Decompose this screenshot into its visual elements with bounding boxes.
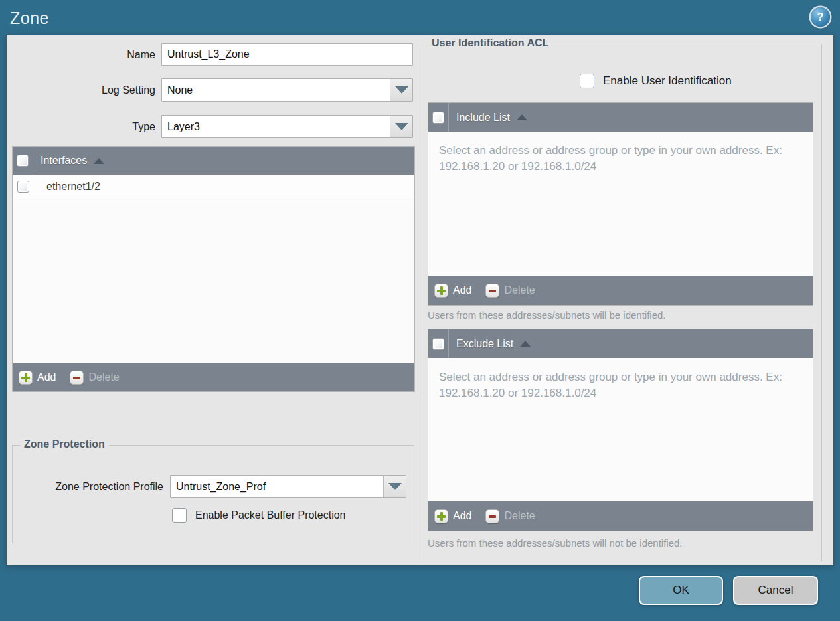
exclude-add-button[interactable]: Add (434, 509, 471, 523)
cancel-button[interactable]: Cancel (733, 576, 818, 605)
packet-buffer-protection-checkbox[interactable] (172, 508, 187, 523)
add-icon (434, 284, 448, 298)
interfaces-select-all-cell (13, 147, 33, 175)
interfaces-table-body: ethernet1/2 (13, 175, 414, 363)
interfaces-add-button[interactable]: Add (19, 371, 56, 385)
interface-row-checkbox[interactable] (17, 181, 29, 193)
interface-name: ethernet1/2 (46, 181, 100, 193)
sort-asc-icon[interactable] (520, 341, 531, 347)
type-dropdown-button[interactable] (390, 116, 412, 137)
zone-protection-profile-label: Zone Protection Profile (13, 475, 163, 498)
name-label: Name (7, 43, 155, 66)
interfaces-delete-button[interactable]: Delete (70, 371, 119, 385)
enable-user-identification-label: Enable User Identification (603, 74, 732, 88)
chevron-down-icon (388, 483, 402, 490)
delete-icon (70, 371, 84, 385)
sort-asc-icon[interactable] (94, 158, 104, 164)
include-list-column-header[interactable]: Include List (456, 112, 510, 124)
add-icon (19, 371, 33, 385)
include-select-all-checkbox[interactable] (432, 112, 444, 124)
exclude-select-all-cell (428, 329, 449, 358)
delete-button-label: Delete (88, 371, 119, 383)
exclude-list-column-header[interactable]: Exclude List (456, 338, 513, 350)
include-select-all-cell (428, 103, 449, 132)
type-label: Type (7, 115, 155, 138)
user-identification-acl-section: User Identification ACL Enable User Iden… (420, 44, 822, 561)
include-list-caption: Users from these addresses/subnets will … (428, 310, 666, 321)
interfaces-column-header[interactable]: Interfaces (41, 155, 87, 167)
exclude-select-all-checkbox[interactable] (432, 338, 444, 350)
zone-protection-profile-select[interactable]: Untrust_Zone_Prof (170, 475, 406, 498)
interfaces-table-footer: Add Delete (13, 363, 414, 391)
packet-buffer-protection-row: Enable Packet Buffer Protection (172, 508, 346, 523)
type-select[interactable]: Layer3 (161, 115, 413, 138)
include-add-button[interactable]: Add (434, 284, 471, 298)
exclude-list-header: Exclude List (428, 329, 813, 358)
log-setting-value: None (162, 79, 390, 101)
enable-user-identification-row: Enable User Identification (580, 74, 732, 88)
user-identification-acl-legend: User Identification ACL (428, 37, 552, 49)
include-list-placeholder: Select an address or address group or ty… (428, 132, 813, 175)
dialog-title: Zone (10, 9, 49, 28)
packet-buffer-protection-label: Enable Packet Buffer Protection (195, 509, 346, 521)
zone-protection-legend: Zone Protection (20, 438, 109, 450)
zone-protection-section: Zone Protection Zone Protection Profile … (12, 445, 414, 543)
type-value: Layer3 (162, 116, 390, 137)
add-button-label: Add (453, 510, 471, 522)
zone-protection-profile-dropdown-button[interactable] (383, 476, 406, 497)
interfaces-table: Interfaces ethernet1/2 Add Delete (12, 146, 415, 392)
ok-button[interactable]: OK (639, 576, 723, 605)
include-list-table: Include List Select an address or addres… (428, 102, 813, 306)
interface-row[interactable]: ethernet1/2 (13, 175, 414, 199)
include-delete-button[interactable]: Delete (485, 284, 535, 298)
exclude-list-body[interactable]: Select an address or address group or ty… (428, 358, 813, 501)
delete-icon (485, 284, 499, 298)
delete-button-label: Delete (504, 284, 535, 296)
exclude-list-table: Exclude List Select an address or addres… (428, 329, 813, 531)
help-icon[interactable]: ? (811, 7, 830, 27)
delete-icon (485, 509, 499, 523)
log-setting-dropdown-button[interactable] (390, 79, 412, 101)
sort-asc-icon[interactable] (517, 114, 527, 120)
exclude-delete-button[interactable]: Delete (485, 509, 535, 523)
exclude-list-footer: Add Delete (428, 501, 813, 531)
chevron-down-icon (395, 86, 408, 94)
interfaces-table-header: Interfaces (13, 147, 414, 175)
log-setting-label: Log Setting (7, 78, 155, 102)
include-list-body[interactable]: Select an address or address group or ty… (428, 132, 813, 276)
delete-button-label: Delete (504, 510, 535, 522)
add-button-label: Add (37, 371, 56, 383)
include-list-header: Include List (428, 103, 813, 132)
exclude-list-placeholder: Select an address or address group or ty… (428, 358, 813, 401)
exclude-list-caption: Users from these addresses/subnets will … (428, 537, 683, 549)
add-button-label: Add (453, 284, 471, 296)
enable-user-identification-checkbox[interactable] (580, 74, 594, 88)
interfaces-select-all-checkbox[interactable] (17, 155, 29, 167)
log-setting-select[interactable]: None (161, 78, 413, 102)
zone-protection-profile-value: Untrust_Zone_Prof (171, 476, 383, 497)
zone-dialog: Name Log Setting None Type Layer3 Interf… (7, 35, 833, 565)
name-input[interactable] (161, 43, 413, 66)
include-list-footer: Add Delete (428, 276, 813, 305)
add-icon (434, 509, 448, 523)
chevron-down-icon (395, 123, 408, 130)
